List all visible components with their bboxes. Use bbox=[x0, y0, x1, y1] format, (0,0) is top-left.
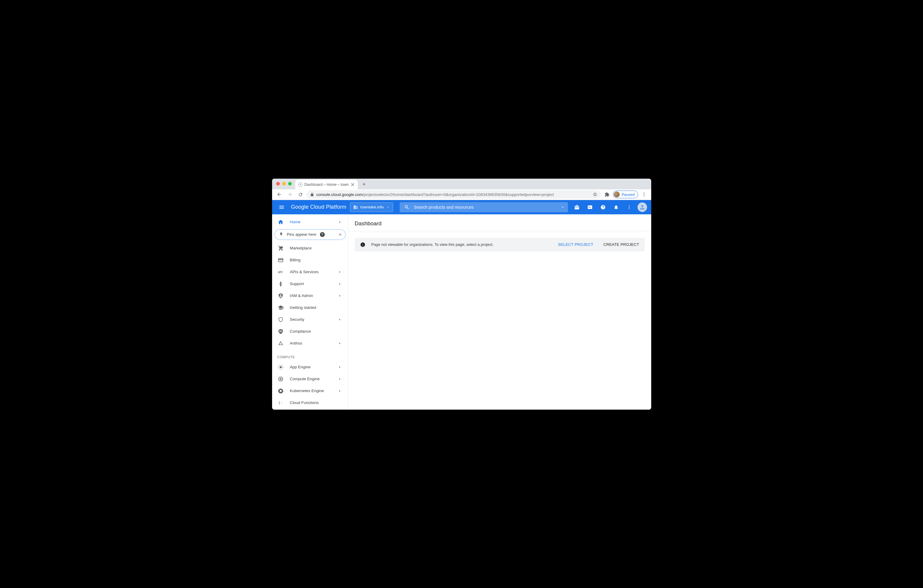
account-avatar[interactable] bbox=[637, 202, 648, 213]
chevron-right-icon bbox=[338, 294, 342, 298]
profile-paused-button[interactable]: Paused bbox=[613, 191, 638, 198]
help-icon[interactable] bbox=[598, 202, 608, 213]
sidebar-item-label: Anthos bbox=[290, 341, 332, 345]
functions-icon bbox=[278, 399, 284, 406]
window-controls bbox=[276, 182, 292, 186]
sidebar-item-label: Kubernetes Engine bbox=[290, 389, 332, 393]
back-button[interactable] bbox=[274, 190, 284, 199]
security-icon bbox=[278, 316, 284, 323]
api-icon bbox=[278, 269, 284, 275]
home-icon bbox=[278, 219, 284, 225]
select-project-button[interactable]: SELECT PROJECT bbox=[558, 242, 593, 247]
sidebar-item-label: App Engine bbox=[290, 365, 332, 369]
chevron-right-icon bbox=[338, 270, 342, 274]
chevron-right-icon bbox=[338, 341, 342, 345]
tab-title: Dashboard – Home – townlake bbox=[304, 182, 348, 187]
browser-window: Dashboard – Home – townlake + console.cl… bbox=[272, 179, 651, 410]
minimize-window-button[interactable] bbox=[282, 182, 286, 186]
sidebar-item-apis-services[interactable]: APIs & Services bbox=[272, 266, 348, 278]
new-tab-button[interactable]: + bbox=[360, 181, 368, 189]
k8s-icon bbox=[278, 388, 284, 394]
sidebar-item-marketplace[interactable]: Marketplace bbox=[272, 242, 348, 254]
notifications-icon[interactable] bbox=[611, 202, 621, 213]
search-icon bbox=[401, 203, 412, 211]
chevron-right-icon bbox=[338, 317, 342, 322]
sidebar-item-label: Home bbox=[290, 220, 332, 224]
brand-logo[interactable]: Google Cloud Platform bbox=[291, 204, 347, 210]
create-project-button[interactable]: CREATE PROJECT bbox=[603, 242, 639, 247]
project-name: townlake.info bbox=[360, 205, 384, 209]
profile-avatar-icon bbox=[614, 191, 620, 197]
tab-favicon-icon bbox=[298, 182, 302, 187]
project-picker[interactable]: townlake.info bbox=[350, 202, 393, 212]
info-banner: Page not viewable for organizations. To … bbox=[355, 238, 645, 251]
sidebar-item-label: Compliance bbox=[290, 329, 342, 333]
free-trial-icon[interactable] bbox=[572, 202, 582, 213]
sidebar-item-compute-engine[interactable]: Compute Engine bbox=[272, 373, 348, 385]
svg-point-0 bbox=[644, 193, 644, 194]
browser-menu-button[interactable] bbox=[639, 192, 649, 197]
sidebar-item-label: Support bbox=[290, 281, 332, 286]
page-title: Dashboard bbox=[348, 214, 651, 231]
sidebar-section-compute: COMPUTE bbox=[272, 349, 348, 361]
chevron-right-icon bbox=[338, 282, 342, 286]
url-text: console.cloud.google.com/projectselector… bbox=[316, 192, 591, 197]
tab-bar: Dashboard – Home – townlake + bbox=[272, 179, 651, 189]
sidebar-item-label: Getting started bbox=[290, 305, 342, 310]
main-content: Dashboard Page not viewable for organiza… bbox=[348, 214, 651, 410]
chevron-right-icon bbox=[338, 365, 342, 369]
browser-tab[interactable]: Dashboard – Home – townlake bbox=[295, 180, 358, 189]
search-input[interactable] bbox=[414, 205, 555, 210]
compliance-icon bbox=[278, 328, 284, 335]
caret-down-icon bbox=[386, 205, 390, 209]
sidebar-item-kubernetes-engine[interactable]: Kubernetes Engine bbox=[272, 385, 348, 397]
search-box[interactable] bbox=[400, 202, 568, 212]
grad-icon bbox=[278, 304, 284, 311]
sidebar-item-label: Marketplace bbox=[290, 246, 342, 250]
sidebar-item-anthos[interactable]: Anthos bbox=[272, 337, 348, 349]
app-body: Home Pins appear here ? MarketplaceBilli… bbox=[272, 214, 651, 410]
sidebar-item-label: Billing bbox=[290, 258, 342, 262]
pins-close-button[interactable] bbox=[338, 232, 342, 237]
nav-menu-button[interactable] bbox=[276, 201, 287, 213]
paused-label: Paused bbox=[621, 192, 635, 197]
search-dropdown-button[interactable] bbox=[557, 205, 568, 209]
sidebar-item-getting-started[interactable]: Getting started bbox=[272, 302, 348, 314]
reload-button[interactable] bbox=[296, 190, 305, 199]
sidebar-item-compliance[interactable]: Compliance bbox=[272, 325, 348, 337]
iam-icon bbox=[278, 292, 284, 299]
pins-notice: Pins appear here ? bbox=[274, 229, 345, 240]
sidebar-item-cloud-functions[interactable]: Cloud Functions bbox=[272, 397, 348, 409]
close-window-button[interactable] bbox=[276, 182, 280, 186]
svg-point-4 bbox=[629, 207, 629, 207]
sidebar-item-label: Compute Engine bbox=[290, 377, 332, 381]
info-icon bbox=[360, 242, 365, 247]
address-field[interactable]: console.cloud.google.com/projectselector… bbox=[307, 190, 601, 199]
maximize-window-button[interactable] bbox=[288, 182, 292, 186]
cloud-shell-icon[interactable] bbox=[585, 202, 595, 213]
sidebar-item-home[interactable]: Home bbox=[272, 216, 348, 228]
forward-button[interactable] bbox=[285, 190, 295, 199]
svg-point-3 bbox=[629, 205, 629, 206]
sidebar-item-billing[interactable]: Billing bbox=[272, 254, 348, 266]
sidebar-item-app-engine[interactable]: App Engine bbox=[272, 361, 348, 373]
pins-help-button[interactable]: ? bbox=[320, 232, 325, 237]
overflow-menu-icon[interactable] bbox=[624, 202, 635, 213]
svg-point-5 bbox=[629, 208, 629, 209]
close-tab-button[interactable] bbox=[351, 182, 355, 187]
lock-icon bbox=[310, 193, 314, 197]
pins-notice-text: Pins appear here bbox=[287, 232, 316, 237]
compute-icon bbox=[278, 376, 284, 382]
sidebar-item-security[interactable]: Security bbox=[272, 314, 348, 325]
chevron-right-icon bbox=[338, 389, 342, 393]
sidebar-item-label: Cloud Functions bbox=[290, 401, 342, 405]
banner-message: Page not viewable for organizations. To … bbox=[371, 242, 552, 247]
sidebar-item-label: APIs & Services bbox=[290, 269, 332, 274]
sidebar-item-iam-admin[interactable]: IAM & Admin bbox=[272, 290, 348, 302]
extensions-button[interactable] bbox=[602, 192, 612, 197]
organization-icon bbox=[353, 205, 358, 210]
cart-icon bbox=[278, 245, 284, 251]
sidebar-item-label: IAM & Admin bbox=[290, 293, 332, 298]
bookmark-star-icon[interactable] bbox=[593, 192, 598, 197]
sidebar-item-support[interactable]: Support bbox=[272, 278, 348, 290]
